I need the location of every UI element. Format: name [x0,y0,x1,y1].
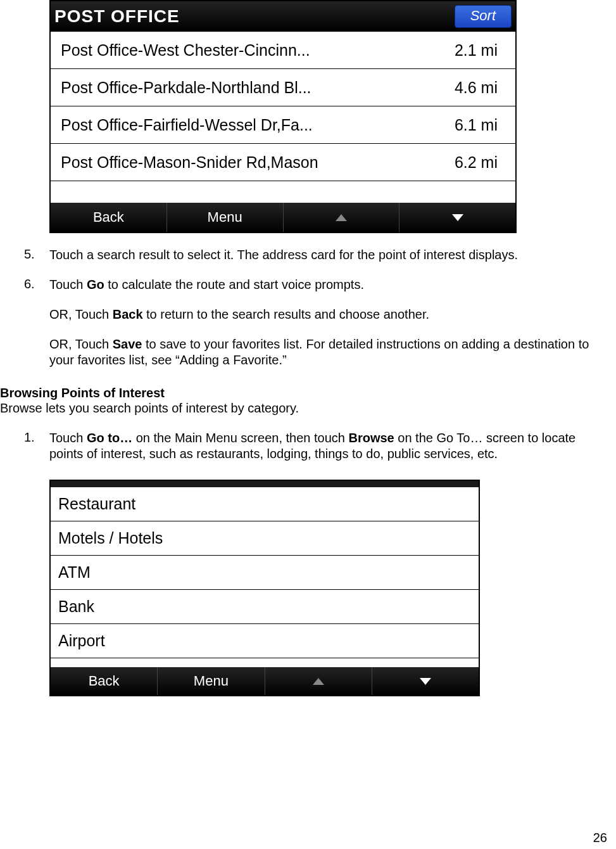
result-name: Post Office-Parkdale-Northland Bl... [61,79,311,97]
scroll-down-button[interactable] [372,667,479,695]
result-name: Post Office-West Chester-Cincinn... [61,41,310,60]
category-row[interactable]: Bank [51,590,479,624]
menu-button[interactable]: Menu [167,203,284,232]
result-name: Post Office-Fairfield-Wessel Dr,Fa... [61,116,313,134]
step-text: OR, Touch Back to return to the search r… [49,307,597,322]
step-number: 5. [24,247,49,277]
section-heading: Browsing Points of Interest [0,386,616,400]
step-text: Touch a search result to select it. The … [49,247,597,263]
back-button[interactable]: Back [51,203,167,232]
chevron-up-icon [313,678,324,685]
chevron-up-icon [336,214,347,221]
back-button[interactable]: Back [51,667,158,695]
chevron-down-icon [420,678,431,685]
result-distance: 4.6 mi [455,79,498,97]
step-1: 1. Touch Go to… on the Main Menu screen,… [0,430,616,476]
category-row[interactable]: Motels / Hotels [51,521,479,556]
scroll-down-button[interactable] [399,203,515,232]
step-6: 6. Touch Go to calculate the route and s… [0,277,616,382]
step-number: 6. [24,277,49,382]
bottom-bar: Back Menu [51,667,479,695]
chevron-down-icon [452,214,463,221]
sort-button[interactable]: Sort [455,5,512,28]
result-row[interactable]: Post Office-Fairfield-Wessel Dr,Fa... 6.… [51,106,515,144]
category-row[interactable]: Restaurant [51,487,479,521]
search-results-screenshot: POST OFFICE Sort Post Office-West Cheste… [49,0,616,233]
step-5: 5. Touch a search result to select it. T… [0,247,616,277]
result-row[interactable]: Post Office-Mason-Snider Rd,Mason 6.2 mi [51,144,515,181]
screen-title: POST OFFICE [54,6,180,27]
section-intro: Browse lets you search points of interes… [0,400,616,416]
scroll-up-button[interactable] [265,667,372,695]
step-text: Touch Go to calculate the route and star… [49,277,597,293]
step-text: Touch Go to… on the Main Menu screen, th… [49,430,597,462]
result-distance: 2.1 mi [455,41,498,60]
step-text: OR, Touch Save to save to your favorites… [49,336,597,368]
bottom-bar: Back Menu [51,203,515,232]
category-row[interactable]: ATM [51,556,479,590]
result-row[interactable]: Post Office-West Chester-Cincinn... 2.1 … [51,32,515,69]
titlebar-edge [51,481,479,487]
page-number: 26 [593,831,607,845]
menu-button[interactable]: Menu [158,667,265,695]
titlebar: POST OFFICE Sort [51,1,515,32]
step-number: 1. [24,430,49,476]
blank-row [51,181,515,203]
scroll-up-button[interactable] [284,203,400,232]
result-row[interactable]: Post Office-Parkdale-Northland Bl... 4.6… [51,69,515,106]
blank-row [51,658,479,667]
category-row[interactable]: Airport [51,624,479,658]
result-name: Post Office-Mason-Snider Rd,Mason [61,153,318,172]
browse-categories-screenshot: Restaurant Motels / Hotels ATM Bank Airp… [49,480,616,696]
result-distance: 6.1 mi [455,116,498,134]
result-distance: 6.2 mi [455,153,498,172]
